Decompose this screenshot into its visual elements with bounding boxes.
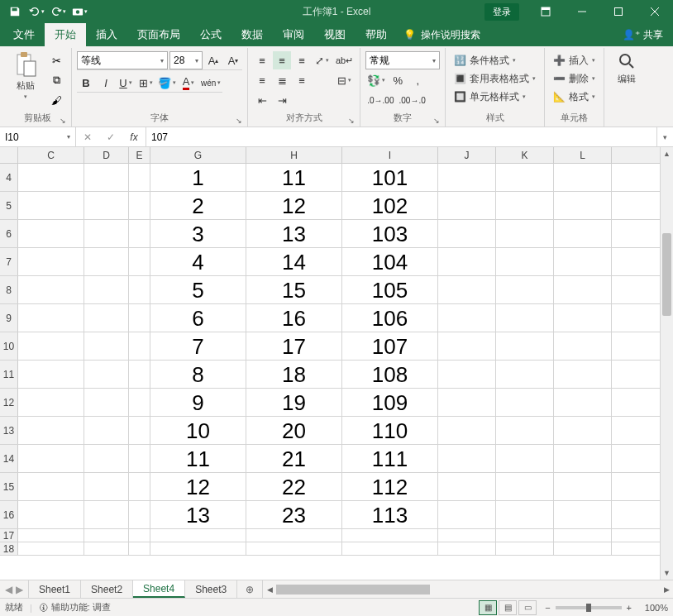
cancel-formula-icon[interactable]: ✕	[76, 127, 99, 146]
find-select-button[interactable]: 编辑	[609, 51, 644, 85]
align-bottom-icon[interactable]: ≡	[293, 51, 311, 69]
font-color-icon[interactable]: A▾	[179, 74, 198, 92]
cell-C15[interactable]	[18, 473, 84, 501]
cell-H5[interactable]: 12	[246, 192, 342, 220]
cell-G6[interactable]: 3	[150, 220, 246, 248]
cell-D16[interactable]	[84, 501, 129, 529]
row-header-17[interactable]: 17	[0, 529, 18, 542]
cell-D14[interactable]	[84, 445, 129, 473]
cell-I8[interactable]: 105	[342, 276, 438, 304]
scroll-up-icon[interactable]: ▲	[661, 147, 673, 160]
cell-H14[interactable]: 21	[246, 445, 342, 473]
vertical-scrollbar[interactable]: ▲ ▼	[660, 147, 673, 580]
column-header-C[interactable]: C	[18, 147, 84, 163]
copy-icon[interactable]: ⧉	[46, 71, 66, 89]
cell-C8[interactable]	[18, 276, 84, 304]
cell-I14[interactable]: 111	[342, 445, 438, 473]
sheet-tab-sheet2[interactable]: Sheet2	[81, 580, 133, 598]
maximize-icon[interactable]	[600, 0, 637, 23]
cell-L11[interactable]	[554, 361, 612, 389]
cell-K12[interactable]	[496, 389, 554, 417]
cell-C10[interactable]	[18, 332, 84, 361]
cell-J12[interactable]	[438, 389, 496, 417]
cell-L9[interactable]	[554, 304, 612, 332]
cell-H4[interactable]: 11	[246, 164, 342, 192]
cell-C9[interactable]	[18, 304, 84, 332]
cell-E14[interactable]	[129, 445, 150, 473]
cell-D17[interactable]	[84, 529, 129, 542]
cell-G12[interactable]: 9	[150, 389, 246, 417]
cell-J14[interactable]	[438, 445, 496, 473]
cell-K7[interactable]	[496, 248, 554, 276]
cell-D15[interactable]	[84, 473, 129, 501]
row-header-12[interactable]: 12	[0, 389, 18, 416]
cells-grid[interactable]: 4111101521210263131037414104851510596161…	[0, 164, 660, 580]
cell-J6[interactable]	[438, 220, 496, 248]
cell-K6[interactable]	[496, 220, 554, 248]
cell-D10[interactable]	[84, 332, 129, 361]
align-top-icon[interactable]: ≡	[253, 51, 271, 69]
cell-G11[interactable]: 8	[150, 361, 246, 389]
cell-G13[interactable]: 10	[150, 417, 246, 445]
scroll-right-icon[interactable]: ▶	[660, 585, 673, 594]
cell-J11[interactable]	[438, 361, 496, 389]
cell-D4[interactable]	[84, 164, 129, 192]
row-header-13[interactable]: 13	[0, 417, 18, 444]
phonetic-icon[interactable]: wén▾	[199, 74, 222, 92]
cell-C13[interactable]	[18, 417, 84, 445]
tab-view[interactable]: 视图	[314, 23, 356, 46]
sheet-tab-sheet3[interactable]: Sheet3	[185, 580, 237, 598]
cell-H15[interactable]: 22	[246, 473, 342, 501]
cell-K10[interactable]	[496, 332, 554, 361]
column-header-G[interactable]: G	[150, 147, 246, 163]
cell-K14[interactable]	[496, 445, 554, 473]
cell-E7[interactable]	[129, 248, 150, 276]
cell-H8[interactable]: 15	[246, 276, 342, 304]
cell-G17[interactable]	[150, 529, 246, 542]
comma-icon[interactable]: ,	[408, 71, 427, 89]
row-header-4[interactable]: 4	[0, 164, 18, 191]
cell-L18[interactable]	[554, 542, 612, 556]
cell-L16[interactable]	[554, 501, 612, 529]
cell-C14[interactable]	[18, 445, 84, 473]
cell-I9[interactable]: 106	[342, 304, 438, 332]
cell-I17[interactable]	[342, 529, 438, 542]
row-header-14[interactable]: 14	[0, 445, 18, 472]
decrease-indent-icon[interactable]: ⇤	[253, 91, 271, 109]
cell-J13[interactable]	[438, 417, 496, 445]
cell-L17[interactable]	[554, 529, 612, 542]
zoom-in-icon[interactable]: +	[627, 603, 632, 613]
sheet-nav-arrows[interactable]: ◀▶	[0, 580, 29, 598]
enter-formula-icon[interactable]: ✓	[99, 127, 122, 146]
cell-K8[interactable]	[496, 276, 554, 304]
cell-D6[interactable]	[84, 220, 129, 248]
cell-G10[interactable]: 7	[150, 332, 246, 361]
number-launcher-icon[interactable]: ↘	[433, 117, 440, 125]
cell-I6[interactable]: 103	[342, 220, 438, 248]
cell-G5[interactable]: 2	[150, 192, 246, 220]
tab-help[interactable]: 帮助	[356, 23, 397, 46]
name-box[interactable]: I10▾	[0, 127, 76, 146]
cell-J15[interactable]	[438, 473, 496, 501]
decrease-decimal-icon[interactable]: .00→.0	[398, 91, 427, 109]
cell-C4[interactable]	[18, 164, 84, 192]
cell-H9[interactable]: 16	[246, 304, 342, 332]
cell-I4[interactable]: 101	[342, 164, 438, 192]
cell-E18[interactable]	[129, 542, 150, 556]
format-painter-icon[interactable]: 🖌	[46, 91, 66, 109]
row-header-5[interactable]: 5	[0, 192, 18, 219]
tab-data[interactable]: 数据	[231, 23, 273, 46]
cell-E5[interactable]	[129, 192, 150, 220]
column-header-E[interactable]: E	[129, 147, 150, 163]
cell-J5[interactable]	[438, 192, 496, 220]
number-format-dropdown[interactable]: 常规▾	[365, 51, 440, 69]
tab-formulas[interactable]: 公式	[190, 23, 231, 46]
cell-K5[interactable]	[496, 192, 554, 220]
tab-review[interactable]: 审阅	[273, 23, 314, 46]
cell-L12[interactable]	[554, 389, 612, 417]
cell-H12[interactable]: 19	[246, 389, 342, 417]
expand-formula-bar-icon[interactable]: ▾	[656, 127, 673, 146]
zoom-level[interactable]: 100%	[637, 603, 668, 613]
cell-J4[interactable]	[438, 164, 496, 192]
insert-cells-button[interactable]: ➕插入▾	[550, 51, 599, 69]
